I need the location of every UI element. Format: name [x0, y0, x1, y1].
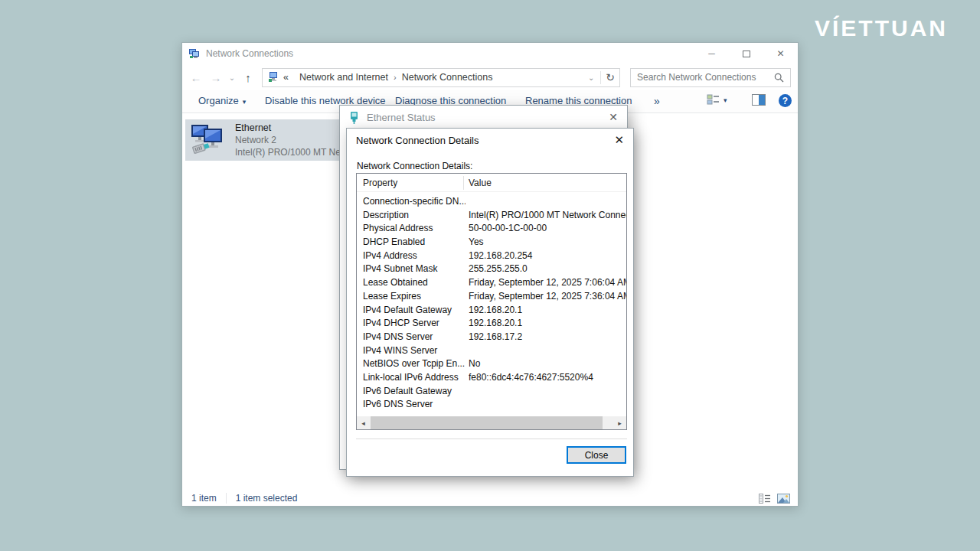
views-caret-icon: ▾	[724, 96, 727, 104]
property-cell: IPv4 Address	[363, 249, 466, 263]
value-cell: 192.168.20.1	[469, 317, 626, 331]
horizontal-scrollbar[interactable]: ◂ ▸	[357, 416, 626, 429]
details-row[interactable]: IPv4 Default Gateway192.168.20.1	[357, 304, 626, 318]
dialog-separator	[356, 439, 627, 439]
ethernet-connection-item[interactable]: Ethernet Network 2 Intel(R) PRO/1000 MT …	[185, 119, 351, 161]
value-cell: Intel(R) PRO/1000 MT Network Connecti	[469, 209, 626, 223]
details-row[interactable]: DescriptionIntel(R) PRO/1000 MT Network …	[357, 209, 626, 223]
window-titlebar: Network Connections ─ ✕	[182, 43, 798, 64]
breadcrumb-parent[interactable]: Network and Internet	[299, 72, 388, 83]
property-cell: IPv4 DHCP Server	[363, 317, 466, 331]
viettuan-logo: VÍETTUAN	[815, 15, 948, 41]
organize-button[interactable]: Organize▾	[198, 95, 246, 106]
ethernet-plug-icon	[349, 111, 359, 124]
breadcrumb-current[interactable]: Network Connections	[402, 72, 493, 83]
address-dropdown-chevron-icon[interactable]: ⌄	[588, 73, 594, 82]
network-connection-details-dialog: Network Connection Details ✕ Network Con…	[346, 128, 634, 477]
details-row[interactable]: DHCP EnabledYes	[357, 236, 626, 249]
details-row[interactable]: Connection-specific DN...	[357, 195, 626, 209]
forward-button[interactable]: →	[206, 71, 226, 84]
search-icon	[774, 73, 784, 83]
network-name: Network 2	[235, 135, 341, 145]
organize-caret-icon: ▾	[243, 98, 247, 106]
maximize-button[interactable]	[729, 43, 763, 64]
details-row[interactable]: Lease ObtainedFriday, September 12, 2025…	[357, 276, 626, 290]
details-row[interactable]: IPv4 Address192.168.20.254	[357, 249, 626, 263]
property-cell: Link-local IPv6 Address	[363, 371, 466, 385]
details-row[interactable]: Lease ExpiresFriday, September 12, 2025 …	[357, 290, 626, 304]
address-divider	[600, 71, 601, 84]
details-dialog-titlebar: Network Connection Details ✕	[347, 129, 633, 152]
up-button[interactable]: ↑	[238, 71, 258, 84]
value-column-header[interactable]: Value	[469, 178, 492, 188]
change-view-button[interactable]: ▾	[707, 94, 727, 106]
property-cell: Lease Expires	[363, 290, 466, 304]
scroll-left-icon[interactable]: ◂	[357, 416, 370, 429]
search-placeholder: Search Network Connections	[637, 72, 774, 83]
large-icons-layout-icon[interactable]	[777, 494, 790, 504]
scrollbar-thumb[interactable]	[371, 416, 603, 429]
details-row[interactable]: IPv6 Default Gateway	[357, 385, 626, 399]
status-bar: 1 item 1 item selected	[182, 491, 798, 506]
property-cell: IPv6 DNS Server	[363, 398, 466, 412]
ethernet-status-title: Ethernet Status	[367, 112, 436, 123]
listview-header: Property Value	[357, 174, 626, 192]
search-box[interactable]: Search Network Connections	[630, 68, 791, 87]
close-window-button[interactable]: ✕	[763, 43, 798, 64]
value-cell: No	[469, 357, 626, 371]
ethernet-status-close-icon[interactable]: ✕	[609, 111, 618, 123]
value-cell: 192.168.17.2	[469, 331, 626, 344]
item-count: 1 item	[182, 493, 226, 504]
property-column-header[interactable]: Property	[363, 178, 397, 188]
details-layout-icon[interactable]	[759, 494, 771, 504]
help-button[interactable]: ?	[779, 94, 792, 107]
details-row[interactable]: Link-local IPv6 Addressfe80::6dc4:4c76:4…	[357, 371, 626, 385]
details-view-icon	[707, 94, 720, 106]
details-row[interactable]: Physical Address50-00-00-1C-00-00	[357, 222, 626, 236]
refresh-button[interactable]: ↻	[606, 71, 615, 83]
property-cell: NetBIOS over Tcpip En...	[363, 357, 466, 371]
caption-buttons: ─ ✕	[694, 43, 798, 64]
property-cell: Physical Address	[363, 222, 466, 236]
ethernet-item-text: Ethernet Network 2 Intel(R) PRO/1000 MT …	[235, 122, 341, 158]
value-cell: Friday, September 12, 2025 7:36:04 AM	[469, 290, 626, 304]
back-button[interactable]: ←	[186, 71, 206, 84]
maximize-icon	[743, 51, 750, 57]
window-title: Network Connections	[206, 48, 293, 59]
breadcrumb-chevrons[interactable]: «	[283, 72, 289, 83]
network-connections-icon	[188, 47, 201, 60]
column-divider[interactable]	[463, 176, 464, 190]
property-cell: IPv4 DNS Server	[363, 331, 466, 344]
toolbar-overflow-button[interactable]: »	[654, 95, 660, 107]
breadcrumb-separator-icon: ›	[394, 73, 397, 82]
value-cell: Yes	[469, 236, 626, 249]
property-cell: IPv4 Default Gateway	[363, 304, 466, 318]
address-location-icon	[267, 71, 279, 83]
adapter-name: Intel(R) PRO/1000 MT Ne	[235, 147, 341, 158]
minimize-button[interactable]: ─	[694, 43, 729, 64]
recent-locations-chevron[interactable]: ⌄	[226, 73, 238, 82]
connection-name: Ethernet	[235, 122, 341, 133]
details-row[interactable]: IPv4 DNS Server192.168.17.2	[357, 331, 626, 344]
ethernet-adapter-icon	[188, 122, 225, 158]
details-row[interactable]: NetBIOS over Tcpip En...No	[357, 357, 626, 371]
details-list-label: Network Connection Details:	[357, 161, 472, 171]
scrollbar-track[interactable]	[370, 416, 613, 429]
close-button[interactable]: Close	[567, 446, 626, 464]
details-row[interactable]: IPv4 Subnet Mask255.255.255.0	[357, 262, 626, 276]
preview-pane-button[interactable]	[752, 94, 766, 106]
property-cell: Lease Obtained	[363, 276, 466, 290]
details-row[interactable]: IPv4 DHCP Server192.168.20.1	[357, 317, 626, 331]
property-cell: IPv6 Default Gateway	[363, 385, 466, 399]
details-rows: Connection-specific DN...DescriptionInte…	[357, 195, 626, 416]
details-row[interactable]: IPv6 DNS Server	[357, 398, 626, 412]
address-bar[interactable]: « Network and Internet › Network Connect…	[262, 68, 620, 87]
value-cell: 255.255.255.0	[469, 262, 626, 276]
details-row[interactable]: IPv4 WINS Server	[357, 344, 626, 358]
details-dialog-close-icon[interactable]: ✕	[614, 133, 624, 147]
details-listview[interactable]: Property Value Connection-specific DN...…	[356, 173, 627, 430]
scroll-right-icon[interactable]: ▸	[613, 416, 626, 429]
details-dialog-title: Network Connection Details	[356, 135, 479, 146]
ethernet-status-titlebar: Ethernet Status ✕	[340, 106, 627, 129]
value-cell: 192.168.20.254	[469, 249, 626, 263]
